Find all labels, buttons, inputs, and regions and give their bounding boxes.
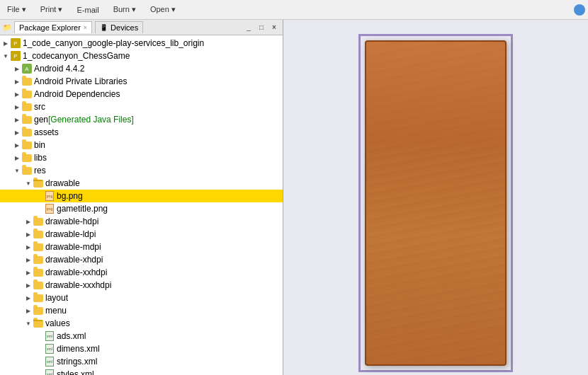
tree-icon-folder xyxy=(33,216,44,227)
main-layout: 📁 Package Explorer × 📱 Devices _ □ × ▶P1… xyxy=(0,20,588,375)
tree-arrow[interactable]: ▼ xyxy=(13,166,21,175)
tree-item-res[interactable]: ▼res xyxy=(0,164,283,177)
tree-container[interactable]: ▶P1_code_canyon_google-play-services_lib… xyxy=(0,35,283,375)
tree-item-styles_xml[interactable]: xmlstyles.xml xyxy=(0,368,283,375)
tree-item-gametitle_png[interactable]: pnggametitle.png xyxy=(0,202,283,215)
tree-item-assets[interactable]: ▶assets xyxy=(0,126,283,139)
tree-item-drawable[interactable]: ▼drawable xyxy=(0,177,283,190)
tree-item-menu[interactable]: ▶menu xyxy=(0,304,283,317)
tree-arrow[interactable]: ▼ xyxy=(1,52,10,60)
tree-arrow[interactable]: ▶ xyxy=(24,294,33,302)
tree-icon-folder xyxy=(21,114,33,125)
tree-icon-project: P xyxy=(10,50,21,62)
tree-arrow[interactable]: ▶ xyxy=(13,141,21,149)
tree-item-src[interactable]: ▶src xyxy=(0,100,283,113)
tree-arrow[interactable]: ▶ xyxy=(24,306,33,315)
tree-icon-file_png: png xyxy=(44,190,55,202)
tab-close-icon[interactable]: × xyxy=(84,24,87,31)
tree-arrow[interactable]: ▶ xyxy=(24,281,33,289)
tree-item-drawable_mdpi[interactable]: ▶drawable-mdpi xyxy=(0,241,283,253)
tree-item-layout[interactable]: ▶layout xyxy=(0,292,283,304)
tree-item-drawable_xhdpi[interactable]: ▶drawable-xhdpi xyxy=(0,253,283,266)
tree-label-android442: Android 4.4.2 xyxy=(34,64,84,74)
tree-icon-folder_open xyxy=(33,178,44,189)
tree-arrow[interactable]: ▶ xyxy=(13,115,21,124)
tree-arrow[interactable]: ▶ xyxy=(24,255,33,264)
tree-arrow xyxy=(35,345,44,353)
toolbar-open[interactable]: Open ▾ xyxy=(146,4,180,16)
tree-item-values[interactable]: ▼values xyxy=(0,317,283,330)
tree-arrow[interactable]: ▶ xyxy=(24,243,33,251)
tree-item-bg_png[interactable]: pngbg.png xyxy=(0,190,283,202)
tree-icon-folder xyxy=(33,254,44,265)
tab-devices[interactable]: 📱 Devices xyxy=(95,21,143,33)
toolbar-print[interactable]: Print ▾ xyxy=(36,4,67,16)
tree-arrow[interactable]: ▶ xyxy=(13,64,21,73)
tree-label-drawable_hdpi: drawable-hdpi xyxy=(45,217,98,226)
tree-item-android442[interactable]: ▶AAndroid 4.4.2 xyxy=(0,62,283,75)
tree-icon-folder xyxy=(33,305,44,316)
tree-icon-project: P xyxy=(10,38,21,49)
tree-item-libs[interactable]: ▶libs xyxy=(0,151,283,164)
tree-icon-folder xyxy=(33,229,44,240)
tree-item-dimens_xml[interactable]: xmldimens.xml xyxy=(0,342,283,355)
toolbar-file[interactable]: File ▾ xyxy=(3,4,30,16)
tab-package-explorer[interactable]: Package Explorer × xyxy=(14,21,92,33)
tree-icon-folder xyxy=(21,76,33,87)
tree-item-proj1[interactable]: ▶P1_code_canyon_google-play-services_lib… xyxy=(0,37,283,50)
tree-item-ads_xml[interactable]: xmlads.xml xyxy=(0,330,283,342)
tree-icon-folder xyxy=(21,139,33,151)
tree-label-drawable: drawable xyxy=(45,178,80,188)
tree-item-android_dep[interactable]: ▶Android Dependencies xyxy=(0,88,283,100)
tree-item-strings_xml[interactable]: xmlstrings.xml xyxy=(0,355,283,368)
tree-label-res: res xyxy=(34,166,46,175)
tree-arrow[interactable]: ▶ xyxy=(1,39,10,47)
tree-label-drawable_xxhdpi: drawable-xxhdpi xyxy=(45,267,107,277)
close-panel-btn[interactable]: × xyxy=(268,22,280,33)
tree-icon-folder xyxy=(33,279,44,291)
toolbar-email[interactable]: E-mail xyxy=(72,4,103,16)
toolbar-burn[interactable]: Burn ▾ xyxy=(109,4,140,16)
tree-icon-file_xml: xml xyxy=(44,369,55,375)
tab-devices-label: Devices xyxy=(111,23,138,32)
tree-arrow[interactable]: ▶ xyxy=(24,217,33,226)
tree-label-assets: assets xyxy=(34,127,59,137)
tree-icon-folder xyxy=(21,127,33,138)
tree-arrow[interactable]: ▶ xyxy=(13,90,21,98)
tree-item-drawable_ldpi[interactable]: ▶drawable-ldpi xyxy=(0,228,283,241)
tree-icon-folder xyxy=(33,241,44,253)
tree-label-menu: menu xyxy=(45,306,67,316)
tree-arrow[interactable]: ▶ xyxy=(13,154,21,162)
tree-arrow[interactable]: ▶ xyxy=(24,230,33,238)
tree-arrow[interactable]: ▶ xyxy=(13,103,21,111)
wood-texture-preview xyxy=(365,40,507,366)
maximize-panel-btn[interactable]: □ xyxy=(256,22,267,33)
tree-label-ads_xml: ads.xml xyxy=(57,331,86,341)
tree-arrow xyxy=(35,357,44,366)
tree-label-drawable_xhdpi: drawable-xhdpi xyxy=(45,255,103,265)
tree-arrow[interactable]: ▶ xyxy=(13,77,21,86)
devices-icon: 📱 xyxy=(100,24,108,31)
tree-arrow xyxy=(35,370,44,375)
tree-item-gen[interactable]: ▶gen [Generated Java Files] xyxy=(0,113,283,126)
tree-item-android_priv[interactable]: ▶Android Private Libraries xyxy=(0,75,283,88)
tree-icon-file_png: png xyxy=(44,203,55,214)
tree-icon-file_xml: xml xyxy=(44,343,55,354)
tree-item-bin[interactable]: ▶bin xyxy=(0,139,283,151)
tree-arrow[interactable]: ▼ xyxy=(24,179,33,188)
preview-frame xyxy=(358,34,513,372)
tree-item-drawable_xxxhdpi[interactable]: ▶drawable-xxxhdpi xyxy=(0,279,283,292)
minimize-panel-btn[interactable]: _ xyxy=(243,22,254,33)
tree-label-drawable_mdpi: drawable-mdpi xyxy=(45,242,101,252)
tree-arrow[interactable]: ▶ xyxy=(24,268,33,277)
tree-item-drawable_hdpi[interactable]: ▶drawable-hdpi xyxy=(0,215,283,228)
tree-arrow xyxy=(35,192,44,200)
tree-arrow[interactable]: ▼ xyxy=(24,319,33,328)
tree-arrow[interactable]: ▶ xyxy=(13,128,21,137)
info-icon xyxy=(574,4,585,16)
tree-label-dimens_xml: dimens.xml xyxy=(57,344,100,354)
tree-item-proj2[interactable]: ▼P1_codecanyon_ChessGame xyxy=(0,50,283,62)
tree-label-bg_png: bg.png xyxy=(57,191,83,201)
tree-label-proj2: 1_codecanyon_ChessGame xyxy=(23,51,130,61)
tree-item-drawable_xxhdpi[interactable]: ▶drawable-xxhdpi xyxy=(0,266,283,279)
